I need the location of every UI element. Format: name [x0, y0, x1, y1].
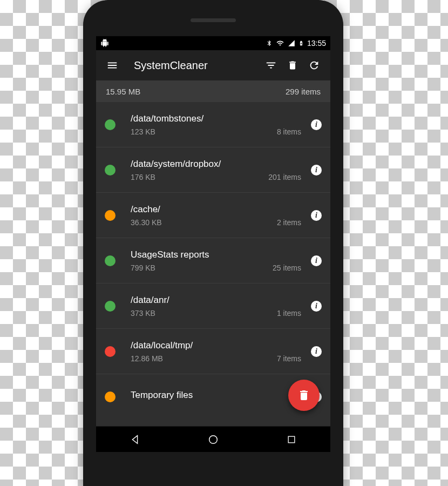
list-item-count: 8 items — [277, 127, 301, 136]
list-item-title: /cache/ — [131, 204, 301, 215]
list-item-body: UsageStats reports 799 KB 25 items — [131, 249, 301, 272]
status-dot — [105, 346, 116, 357]
list-item-count: 201 items — [268, 173, 301, 181]
list-item-body: /data/system/dropbox/ 176 KB 201 items — [131, 159, 301, 181]
summary-bar: 15.95 MB 299 items — [96, 80, 330, 102]
refresh-icon — [308, 59, 320, 71]
app-title: SystemCleaner — [134, 59, 260, 72]
list-item[interactable]: UsageStats reports 799 KB 25 items i — [96, 238, 330, 284]
list-item-count: 1 items — [277, 309, 301, 318]
filter-icon — [265, 59, 277, 71]
list-item[interactable]: /cache/ 36.30 KB 2 items i — [96, 193, 330, 238]
status-dot — [105, 119, 116, 130]
list-item-body: /cache/ 36.30 KB 2 items — [131, 204, 301, 227]
list-item-size: 36.30 KB — [131, 218, 162, 227]
list-item[interactable]: /data/system/dropbox/ 176 KB 201 items i — [96, 147, 330, 193]
list-item[interactable]: /data/local/tmp/ 12.86 MB 7 items i — [96, 329, 330, 374]
screen: 13:55 SystemCleaner 15.95 MB 299 items — [96, 36, 330, 452]
list-item-count: 2 items — [277, 218, 301, 227]
list-item-size: 12.86 MB — [131, 354, 163, 363]
list-item-count: 25 items — [273, 264, 301, 272]
android-nav-bar — [96, 426, 330, 452]
info-button[interactable]: i — [311, 301, 322, 312]
recents-button[interactable] — [274, 427, 309, 453]
info-button[interactable]: i — [311, 255, 322, 266]
list-item-title: /data/system/dropbox/ — [131, 159, 301, 170]
android-icon — [100, 39, 109, 48]
wifi-icon — [276, 39, 284, 47]
list-item-body: Temporary files — [131, 390, 301, 404]
fab-delete-button[interactable] — [288, 380, 320, 411]
summary-size: 15.95 MB — [106, 87, 140, 96]
back-button[interactable] — [117, 427, 153, 453]
list-item-title: UsageStats reports — [131, 249, 301, 260]
filter-button[interactable] — [260, 55, 282, 76]
list-item-body: /data/local/tmp/ 12.86 MB 7 items — [131, 340, 301, 363]
status-left — [100, 39, 109, 48]
svg-point-0 — [209, 435, 218, 443]
bluetooth-icon — [266, 39, 273, 47]
info-button[interactable]: i — [311, 210, 322, 221]
phone-frame: 13:55 SystemCleaner 15.95 MB 299 items — [83, 0, 343, 486]
back-triangle-icon — [129, 434, 141, 446]
list-item-title: /data/local/tmp/ — [131, 340, 301, 351]
file-list: /data/tombstones/ 123 KB 8 items i /data… — [96, 102, 330, 426]
phone-speaker — [191, 18, 236, 22]
status-dot — [105, 301, 116, 312]
status-bar: 13:55 — [96, 36, 330, 50]
info-button[interactable]: i — [311, 119, 322, 130]
trash-icon — [297, 389, 310, 402]
list-item[interactable]: /data/anr/ 373 KB 1 items i — [96, 284, 330, 329]
battery-icon — [298, 39, 304, 48]
info-button[interactable]: i — [311, 165, 322, 176]
menu-button[interactable] — [101, 55, 123, 76]
svg-rect-1 — [288, 436, 295, 443]
list-item-body: /data/tombstones/ 123 KB 8 items — [131, 113, 301, 136]
status-dot — [105, 210, 116, 221]
status-time: 13:55 — [307, 39, 326, 48]
signal-icon — [288, 39, 295, 47]
refresh-button[interactable] — [303, 55, 325, 76]
list-item-size: 176 KB — [131, 173, 155, 181]
recents-square-icon — [286, 434, 297, 445]
list-item-title: /data/anr/ — [131, 295, 301, 306]
info-button[interactable]: i — [311, 346, 322, 357]
list-item-size: 373 KB — [131, 309, 155, 318]
home-button[interactable] — [195, 427, 231, 453]
list-item[interactable]: /data/tombstones/ 123 KB 8 items i — [96, 102, 330, 147]
summary-items: 299 items — [286, 87, 321, 96]
hamburger-icon — [106, 59, 118, 71]
list-item-size: 123 KB — [131, 127, 155, 136]
status-dot — [105, 165, 116, 176]
status-right: 13:55 — [266, 39, 326, 48]
app-bar: SystemCleaner — [96, 50, 330, 80]
list-item-size: 799 KB — [131, 264, 155, 272]
list-item-count: 7 items — [277, 354, 301, 363]
status-dot — [105, 255, 116, 266]
list-item-body: /data/anr/ 373 KB 1 items — [131, 295, 301, 318]
list-item-title: Temporary files — [131, 390, 301, 401]
list-item-title: /data/tombstones/ — [131, 113, 301, 124]
delete-button[interactable] — [282, 55, 303, 76]
home-circle-icon — [207, 434, 219, 446]
status-dot — [105, 392, 116, 402]
trash-icon — [287, 60, 298, 71]
